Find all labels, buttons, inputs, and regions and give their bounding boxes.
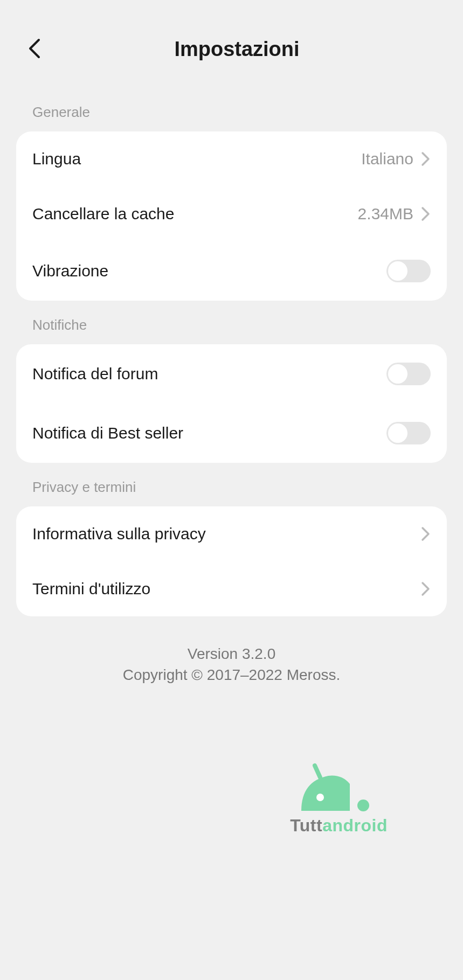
chevron-right-icon	[421, 151, 431, 166]
label-bestseller-notification: Notifica di Best seller	[32, 424, 386, 442]
header: Impostazioni	[0, 0, 463, 88]
label-clear-cache: Cancellare la cache	[32, 205, 358, 223]
row-vibration: Vibrazione	[16, 241, 447, 301]
row-forum-notification: Notifica del forum	[16, 344, 447, 404]
toggle-bestseller-notification[interactable]	[386, 422, 431, 444]
watermark-part2: android	[322, 816, 388, 835]
chevron-left-icon	[27, 38, 41, 59]
row-clear-cache[interactable]: Cancellare la cache 2.34MB	[16, 186, 447, 241]
page-title: Impostazioni	[27, 38, 447, 61]
version-text: Version 3.2.0	[16, 643, 447, 664]
value-language: Italiano	[361, 150, 413, 168]
toggle-knob	[388, 261, 407, 281]
toggle-vibration[interactable]	[386, 260, 431, 282]
android-logo-icon	[296, 762, 371, 816]
label-language: Lingua	[32, 150, 361, 168]
svg-point-1	[316, 794, 324, 801]
svg-line-0	[315, 766, 320, 777]
chevron-right-icon	[421, 526, 431, 541]
toggle-knob	[388, 364, 407, 384]
card-general: Lingua Italiano Cancellare la cache 2.34…	[16, 131, 447, 301]
copyright-text: Copyright © 2017–2022 Meross.	[16, 664, 447, 685]
row-bestseller-notification: Notifica di Best seller	[16, 404, 447, 463]
row-language[interactable]: Lingua Italiano	[16, 131, 447, 186]
card-privacy: Informativa sulla privacy Termini d'util…	[16, 506, 447, 616]
toggle-forum-notification[interactable]	[386, 363, 431, 385]
value-clear-cache: 2.34MB	[358, 205, 413, 223]
footer: Version 3.2.0 Copyright © 2017–2022 Mero…	[0, 616, 463, 685]
row-terms[interactable]: Termini d'utilizzo	[16, 561, 447, 616]
section-header-general: Generale	[0, 88, 463, 131]
card-notifications: Notifica del forum Notifica di Best sell…	[16, 344, 447, 463]
chevron-right-icon	[421, 206, 431, 221]
watermark-part1: Tutt	[290, 816, 322, 835]
section-header-notifications: Notifiche	[0, 301, 463, 344]
label-terms: Termini d'utilizzo	[32, 580, 421, 598]
section-header-privacy: Privacy e termini	[0, 463, 463, 506]
label-vibration: Vibrazione	[32, 262, 386, 280]
label-privacy-policy: Informativa sulla privacy	[32, 525, 421, 543]
label-forum-notification: Notifica del forum	[32, 365, 386, 383]
svg-point-2	[357, 800, 369, 811]
watermark: Tuttandroid	[290, 816, 388, 836]
back-button[interactable]	[27, 38, 41, 61]
row-privacy-policy[interactable]: Informativa sulla privacy	[16, 506, 447, 561]
toggle-knob	[388, 423, 407, 443]
chevron-right-icon	[421, 581, 431, 596]
